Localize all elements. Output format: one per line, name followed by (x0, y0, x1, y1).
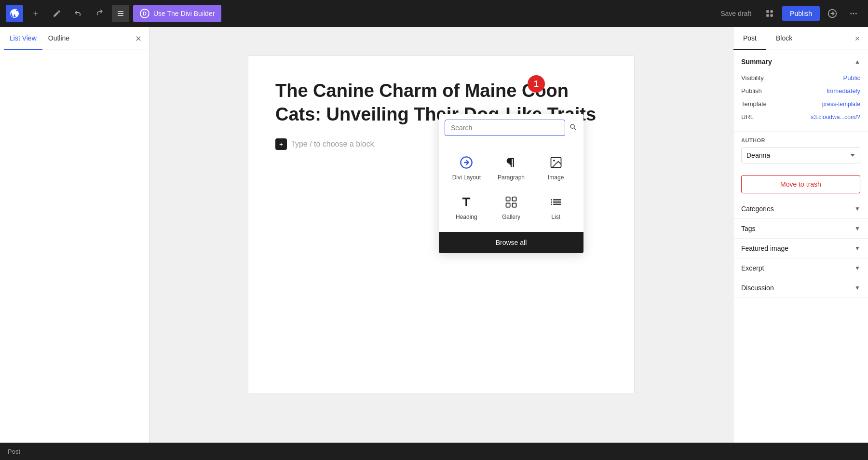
tab-list-view[interactable]: List View (4, 27, 42, 50)
step-badge-1: 1 (528, 75, 545, 93)
move-to-trash-button[interactable]: Move to trash (741, 175, 860, 193)
divi-builder-button[interactable]: Use The Divi Builder (133, 5, 221, 22)
publish-value[interactable]: Immediately (827, 87, 860, 95)
tags-label: Tags (741, 225, 756, 232)
wordpress-logo[interactable] (6, 5, 23, 22)
redo-button[interactable] (91, 5, 108, 22)
featured-image-section: Featured image ▼ (733, 239, 868, 258)
right-panel: Post Block Summary ▲ Visibility Public P… (733, 27, 868, 443)
discussion-chevron-icon: ▼ (854, 284, 860, 291)
divi-layout-label: Divi Layout (452, 174, 481, 181)
divi-btn-label: Use The Divi Builder (153, 10, 215, 17)
excerpt-chevron-icon: ▼ (854, 265, 860, 271)
excerpt-section: Excerpt ▼ (733, 258, 868, 278)
visibility-label: Visibility (741, 74, 764, 81)
block-item-gallery[interactable]: Gallery (489, 188, 533, 226)
svg-rect-0 (766, 10, 769, 13)
visibility-value[interactable]: Public (843, 74, 860, 81)
svg-point-10 (553, 160, 555, 162)
tab-post[interactable]: Post (733, 27, 766, 50)
categories-header[interactable]: Categories ▼ (733, 199, 868, 218)
divi-options-button[interactable] (824, 5, 841, 22)
discussion-section: Discussion ▼ (733, 278, 868, 298)
search-submit-button[interactable] (569, 123, 578, 133)
list-icon (547, 193, 565, 211)
publish-button[interactable]: Publish (782, 6, 820, 21)
tags-header[interactable]: Tags ▼ (733, 219, 868, 238)
heading-icon (458, 193, 475, 211)
edit-button[interactable] (48, 5, 66, 22)
add-block-inline-button[interactable]: + (275, 138, 287, 150)
tab-block[interactable]: Block (766, 27, 802, 50)
save-draft-button[interactable]: Save draft (715, 6, 757, 21)
bottom-bar-label: Post (8, 448, 20, 455)
more-options-button[interactable] (845, 5, 862, 22)
list-view-toggle[interactable] (112, 5, 129, 22)
main-toolbar: Use The Divi Builder Save draft Publish (0, 0, 868, 27)
summary-header[interactable]: Summary ▲ (741, 58, 860, 66)
block-search-input[interactable] (445, 120, 565, 136)
divi-icon (140, 9, 149, 18)
undo-button[interactable] (69, 5, 87, 22)
categories-section: Categories ▼ (733, 199, 868, 219)
url-label: URL (741, 113, 754, 121)
author-label: AUTHOR (741, 137, 860, 143)
svg-rect-3 (771, 14, 773, 17)
svg-rect-14 (512, 203, 516, 207)
url-link[interactable]: s3.cloudwa...com/? (811, 114, 860, 121)
publish-label: Publish (741, 87, 762, 95)
block-item-heading[interactable]: Heading (445, 188, 488, 226)
image-icon (547, 154, 565, 171)
left-panel-tabs: List View Outline (0, 27, 149, 50)
divi-layout-icon (458, 154, 475, 171)
left-panel-close-button[interactable] (132, 32, 145, 45)
author-select[interactable]: Deanna (741, 147, 860, 163)
paragraph-label: Paragraph (498, 174, 525, 181)
svg-point-5 (850, 13, 852, 14)
featured-image-label: Featured image (741, 244, 788, 252)
main-layout: List View Outline The Canine Charm of Ma… (0, 27, 868, 443)
block-inserter-search-area (439, 114, 583, 142)
screen-options-button[interactable] (761, 5, 778, 22)
template-value[interactable]: press-template (822, 101, 860, 108)
categories-chevron-icon: ▼ (854, 205, 860, 212)
tags-section: Tags ▼ (733, 219, 868, 239)
discussion-header[interactable]: Discussion ▼ (733, 278, 868, 298)
discussion-label: Discussion (741, 284, 774, 292)
heading-label: Heading (456, 214, 477, 220)
block-inserter-popup: Divi Layout Paragraph Image (439, 114, 583, 253)
gallery-icon (502, 193, 520, 211)
svg-rect-1 (771, 10, 773, 13)
excerpt-label: Excerpt (741, 264, 764, 272)
block-item-paragraph[interactable]: Paragraph (489, 148, 533, 187)
add-block-button[interactable] (27, 5, 44, 22)
tags-chevron-icon: ▼ (854, 225, 860, 232)
editor-area: The Canine Charm of Maine Coon Cats: Unv… (149, 27, 733, 443)
author-section: AUTHOR Deanna (733, 132, 868, 169)
featured-image-header[interactable]: Featured image ▼ (733, 239, 868, 258)
publish-row: Publish Immediately (741, 84, 860, 97)
tab-outline[interactable]: Outline (42, 27, 75, 50)
summary-section: Summary ▲ Visibility Public Publish Imme… (733, 50, 868, 132)
placeholder-text: Type / to choose a block (291, 140, 374, 149)
categories-label: Categories (741, 205, 774, 213)
list-label: List (551, 214, 560, 220)
browse-all-button[interactable]: Browse all (439, 232, 583, 253)
right-panel-tabs: Post Block (733, 27, 868, 50)
summary-chevron-icon: ▲ (854, 58, 860, 65)
image-label: Image (548, 174, 564, 181)
block-item-image[interactable]: Image (534, 148, 578, 187)
svg-rect-12 (512, 197, 516, 201)
block-item-list[interactable]: List (534, 188, 578, 226)
block-item-divi-layout[interactable]: Divi Layout (445, 148, 488, 187)
svg-rect-11 (506, 197, 510, 201)
svg-rect-2 (766, 14, 769, 17)
visibility-row: Visibility Public (741, 71, 860, 84)
excerpt-header[interactable]: Excerpt ▼ (733, 258, 868, 278)
right-panel-close-button[interactable] (851, 32, 864, 45)
svg-point-7 (855, 13, 857, 14)
bottom-bar: Post (0, 443, 868, 460)
svg-rect-13 (506, 203, 510, 207)
gallery-label: Gallery (502, 214, 520, 220)
template-label: Template (741, 100, 767, 108)
